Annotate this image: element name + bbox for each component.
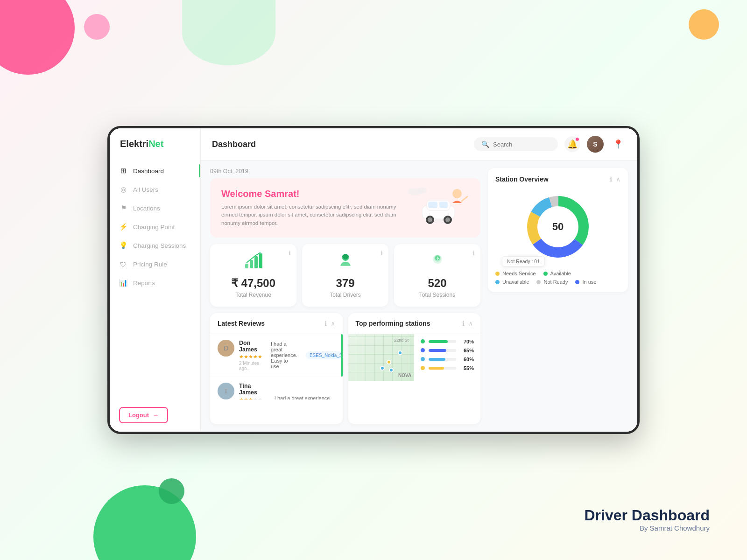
sidebar-item-pricing-rule[interactable]: 🛡 Pricing Rule xyxy=(110,255,200,273)
svg-line-10 xyxy=(462,196,467,201)
map-pin-1 xyxy=(387,360,391,364)
all-users-icon: ◎ xyxy=(119,185,127,194)
top-stations-actions: ℹ ∧ xyxy=(462,320,473,327)
branding-subtitle: By Samrat Chowdhury xyxy=(584,524,710,532)
content-left: 09th Oct, 2019 Welcome Samrat! Lorem ips… xyxy=(210,168,480,424)
top-stations-body: NOVA 22nd St 70% xyxy=(348,334,481,381)
decorative-blob-orange xyxy=(689,9,719,40)
legend-label-in-use: In use xyxy=(582,279,596,285)
sessions-icon xyxy=(428,252,447,273)
station-overview-panel: Station Overview ℹ ∧ xyxy=(488,168,628,292)
station-legend: Needs Service Available Unavailable xyxy=(495,271,620,285)
info-icon-revenue[interactable]: ℹ xyxy=(289,250,291,257)
legend-dot-not-ready xyxy=(536,280,541,284)
svg-point-12 xyxy=(417,187,427,194)
main-content: Dashboard 🔍 🔔 S 📍 09th Oct, 2019 xyxy=(201,128,637,432)
bar-dot-4 xyxy=(421,366,425,370)
search-bar[interactable]: 🔍 xyxy=(474,137,558,151)
avatar[interactable]: S xyxy=(587,136,604,153)
reviews-list: D Don James ★★★★★ 2 Minutes ago... I had… xyxy=(210,334,343,399)
sidebar-item-reports[interactable]: 📊 Reports xyxy=(110,273,200,292)
bar-pct-4: 55% xyxy=(460,365,474,371)
review-stars-tina: ★★★★★ xyxy=(239,397,266,399)
review-item: D Don James ★★★★★ 2 Minutes ago... I had… xyxy=(210,334,343,377)
bar-dot-2 xyxy=(421,348,425,352)
revenue-icon xyxy=(244,252,263,273)
decorative-blob-green xyxy=(182,0,275,65)
charging-sessions-icon: 💡 xyxy=(119,241,127,250)
sidebar-label-charging-sessions: Charging Sessions xyxy=(133,242,186,249)
stats-row: ℹ ₹ 47,500 Total Revenue xyxy=(210,244,480,307)
legend-label-unavailable: Unavailable xyxy=(502,279,529,285)
info-icon-sessions[interactable]: ℹ xyxy=(472,250,475,257)
svg-rect-20 xyxy=(343,254,347,256)
drivers-value: 379 xyxy=(336,277,354,290)
bar-pct-1: 70% xyxy=(460,339,474,344)
svg-point-6 xyxy=(428,217,432,222)
bar-fill-3 xyxy=(429,358,445,361)
branding-title: Driver Dashboard xyxy=(584,507,710,524)
reviews-title: Latest Reviews xyxy=(218,320,265,327)
revenue-value: ₹ 47,500 xyxy=(231,277,275,290)
drivers-icon xyxy=(336,252,355,273)
donut-chart-container: 50 Not Ready : 01 xyxy=(495,189,620,264)
station-overview-title: Station Overview xyxy=(495,175,549,183)
svg-point-9 xyxy=(452,189,462,198)
review-stars-don: ★★★★★ xyxy=(239,354,262,360)
legend-dot-needs-service xyxy=(495,272,500,276)
top-stations-title: Top performing stations xyxy=(356,320,430,327)
legend-item-needs-service: Needs Service xyxy=(495,271,536,276)
svg-rect-3 xyxy=(428,202,437,208)
logo: ElektriNet xyxy=(110,128,200,158)
decorative-blob-pink xyxy=(0,0,75,75)
legend-label-not-ready: Not Ready xyxy=(543,279,568,285)
review-text-tina: I had a great experience. xyxy=(271,395,335,399)
sidebar-item-dashboard[interactable]: ⊞ Dashboard xyxy=(110,161,200,180)
content-grid: 09th Oct, 2019 Welcome Samrat! Lorem ips… xyxy=(201,161,637,432)
bar-track-3 xyxy=(429,358,456,361)
info-icon-stations[interactable]: ℹ xyxy=(462,320,465,327)
info-icon-reviews[interactable]: ℹ xyxy=(324,320,327,327)
notifications-button[interactable]: 🔔 xyxy=(564,136,580,152)
legend-dot-in-use xyxy=(575,280,579,284)
sidebar-item-all-users[interactable]: ◎ All Users xyxy=(110,180,200,199)
search-input[interactable] xyxy=(493,141,554,148)
legend-row-2: Unavailable Not Ready In use xyxy=(495,279,620,285)
logout-label: Logout xyxy=(128,412,149,419)
sidebar-label-reports: Reports xyxy=(133,280,155,287)
dashboard-icon: ⊞ xyxy=(119,167,127,175)
review-body-don: Don James ★★★★★ 2 Minutes ago... xyxy=(239,340,262,371)
welcome-banner: Welcome Samrat! Lorem ipsum dolor sit am… xyxy=(210,178,480,238)
station-panel-actions: ℹ ∧ xyxy=(610,175,620,183)
reviews-scrollbar xyxy=(341,334,343,377)
legend-dot-unavailable xyxy=(495,280,500,284)
sidebar-item-locations[interactable]: ⚑ Locations xyxy=(110,199,200,217)
stat-card-revenue: ℹ ₹ 47,500 Total Revenue xyxy=(210,244,296,307)
review-name-don: Don James xyxy=(239,340,262,353)
sidebar-label-dashboard: Dashboard xyxy=(133,168,164,175)
decorative-blob-green-small xyxy=(159,478,184,504)
legend-label-available: Available xyxy=(550,271,571,276)
map-area: NOVA 22nd St xyxy=(348,334,415,381)
review-avatar-tina: T xyxy=(218,383,234,399)
legend-item-in-use: In use xyxy=(575,279,596,285)
sidebar-label-charging-point: Charging Point xyxy=(133,224,175,231)
collapse-stations-icon[interactable]: ∧ xyxy=(468,320,473,327)
location-button[interactable]: 📍 xyxy=(610,136,626,152)
info-icon-station-overview[interactable]: ℹ xyxy=(610,175,612,183)
notif-badge xyxy=(575,137,579,141)
page-title: Dashboard xyxy=(212,140,256,149)
map-pin-2 xyxy=(398,350,402,355)
welcome-body: Lorem ipsum dolor sit amet, consetetur s… xyxy=(221,203,399,227)
reviews-panel: Latest Reviews ℹ ∧ D Don James xyxy=(210,313,343,424)
info-icon-drivers[interactable]: ℹ xyxy=(381,250,383,257)
sidebar-item-charging-point[interactable]: ⚡ Charging Point xyxy=(110,217,200,236)
collapse-station-icon[interactable]: ∧ xyxy=(616,175,620,183)
sidebar-item-charging-sessions[interactable]: 💡 Charging Sessions xyxy=(110,236,200,255)
logout-button[interactable]: Logout → xyxy=(119,407,168,423)
donut-center-value: 50 xyxy=(552,221,564,233)
sidebar: ElektriNet ⊞ Dashboard ◎ All Users ⚑ Loc… xyxy=(110,128,201,432)
decorative-blob-pink-small xyxy=(84,14,110,40)
bar-row-3: 60% xyxy=(421,357,474,362)
collapse-reviews-icon[interactable]: ∧ xyxy=(331,320,335,327)
